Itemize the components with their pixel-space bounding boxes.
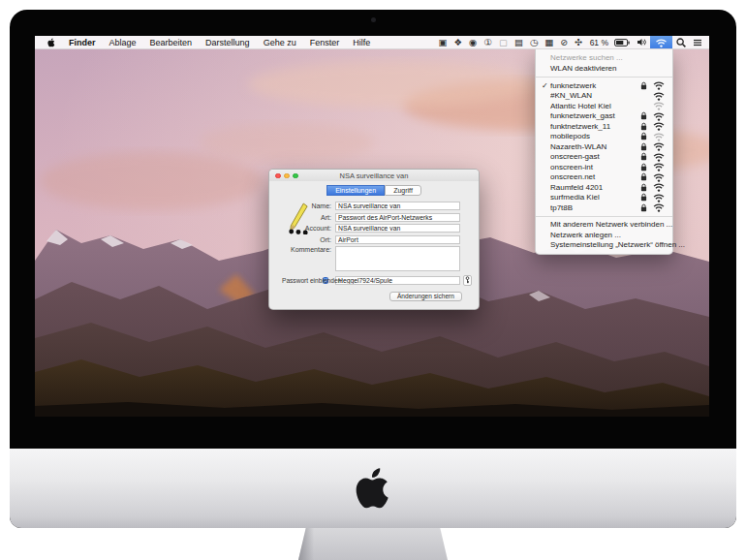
surfmedia-kiel[interactable]: ✓ surfmedia Kiel	[536, 193, 672, 203]
ablage[interactable]: Ablage	[103, 36, 143, 48]
wifi-signal-icon	[653, 101, 665, 110]
wifi-search-status: Netzwerke suchen ...	[536, 52, 672, 63]
lock-icon	[640, 172, 647, 181]
wifi-icon[interactable]	[650, 36, 672, 48]
imac-chin	[10, 449, 736, 528]
menu-bar: FinderAblageBearbeitenDarstellungGehe zu…	[35, 36, 709, 49]
menu-separator	[536, 216, 672, 217]
minimize-button[interactable]	[284, 173, 290, 179]
atlantic-hotel-kiel[interactable]: ✓ Atlantic Hotel Kiel	[536, 101, 672, 111]
save-changes-button[interactable]: Änderungen sichern	[389, 292, 462, 301]
window-bookmark-icon[interactable]: ▣	[435, 36, 451, 48]
eye-icon[interactable]: ◉	[466, 36, 481, 48]
password-assistant-button[interactable]	[463, 275, 472, 286]
wifi-signal-icon	[653, 141, 665, 151]
darstellung[interactable]: Darstellung	[199, 36, 257, 48]
network-name: Raumfeld 4201	[550, 183, 640, 192]
network-name: onscreen.net	[550, 172, 640, 181]
wifi-footer-item[interactable]: Mit anderem Netzwerk verbinden ...	[536, 220, 672, 231]
password-field[interactable]	[335, 276, 460, 285]
network-name: mobilepods	[550, 132, 640, 140]
lock-icon	[640, 111, 647, 120]
network-name: onscreen-int	[550, 163, 640, 171]
zoom-button[interactable]	[293, 173, 298, 179]
dialog-title: NSA surveillance van	[340, 171, 409, 180]
wifi-signal-icon	[653, 91, 665, 101]
mobilepods[interactable]: ✓ mobilepods	[536, 132, 672, 142]
keychain-item-icon	[283, 202, 311, 234]
raumfeld-4201[interactable]: ✓ Raumfeld 4201	[536, 182, 672, 193]
wifi-footer-item[interactable]: Systemeinstellung „Netzwerk“ öffnen ...	[536, 240, 672, 251]
wifi-footer-item[interactable]: Netzwerk anlegen ...	[536, 230, 672, 240]
lock-icon	[640, 203, 647, 212]
account-[interactable]	[335, 224, 460, 233]
menu-list: FinderAblageBearbeitenDarstellungGehe zu…	[62, 36, 377, 48]
dialog-titlebar[interactable]: NSA surveillance van	[269, 170, 479, 181]
wifi-signal-icon	[653, 182, 665, 192]
wifi-signal-icon	[653, 193, 665, 202]
wifi-signal-icon	[653, 111, 665, 121]
network-name: funknetzwerk_gast	[550, 111, 640, 120]
network-list: ✓ funknetzwerk ✓ #KN_WLAN ✓ Atlantic Hot…	[536, 80, 672, 213]
onscreen-int[interactable]: ✓ onscreen-int	[536, 162, 672, 172]
lock-icon	[640, 193, 647, 202]
einstellungen[interactable]: Einstellungen	[326, 185, 385, 196]
bearbeiten[interactable]: Bearbeiten	[143, 36, 200, 48]
fan-icon[interactable]: ✣	[572, 36, 586, 48]
status-icons: ▣❖◉①▢▤◷▦⊘✣ 61 %	[435, 36, 709, 48]
network-name: onscreen-gast	[550, 152, 640, 161]
clock-icon[interactable]: ◷	[526, 36, 541, 48]
wifi-disable-item[interactable]: WLAN deaktivieren	[536, 63, 672, 74]
wifi-signal-icon	[653, 80, 665, 90]
wifi-signal-icon	[653, 162, 665, 171]
ort-[interactable]	[335, 235, 460, 244]
form-row: Ort:	[269, 235, 479, 244]
network-name: Atlantic Hotel Kiel	[550, 102, 640, 110]
spotlight-search-icon[interactable]	[672, 36, 689, 48]
gehe-zu[interactable]: Gehe zu	[257, 36, 303, 48]
volume-icon[interactable]	[633, 36, 650, 48]
lock-icon	[640, 152, 647, 161]
nazareth-wlan[interactable]: ✓ Nazareth-WLAN	[536, 141, 672, 152]
tp7t8b[interactable]: ✓ tp7t8B	[536, 202, 672, 213]
funktnetzwerk-11[interactable]: ✓ funktnetzwerk_11	[536, 121, 672, 132]
menu-separator	[536, 77, 672, 78]
close-button[interactable]	[275, 173, 281, 179]
zugriff[interactable]: Zugriff	[385, 185, 421, 196]
tab-control: EinstellungenZugriff	[269, 185, 479, 196]
finder[interactable]: Finder	[62, 36, 103, 48]
lock-icon	[640, 81, 647, 90]
art-[interactable]	[335, 213, 460, 222]
funknetzwerk[interactable]: ✓ funknetzwerk	[536, 80, 672, 91]
do-not-disturb-icon[interactable]: ⊘	[557, 36, 572, 48]
wifi-dropdown-menu: Netzwerke suchen ... WLAN deaktivieren ✓…	[535, 49, 673, 255]
show-password-label: Passwort einblenden:	[282, 277, 336, 284]
windows-icon[interactable]: ▦	[542, 36, 557, 48]
funknetzwerk-gast[interactable]: ✓ funknetzwerk_gast	[536, 111, 672, 122]
lock-icon	[640, 183, 647, 192]
wifi-signal-icon	[653, 202, 665, 212]
display-icon[interactable]: ▤	[511, 36, 526, 48]
imac-stand	[298, 528, 448, 560]
network-name: surfmedia Kiel	[550, 193, 640, 202]
fenster[interactable]: Fenster	[303, 36, 347, 48]
dropbox-icon[interactable]: ❖	[451, 36, 466, 48]
lock-icon	[640, 142, 647, 151]
imac-bezel: FinderAblageBearbeitenDarstellungGehe zu…	[10, 10, 736, 528]
name-[interactable]	[335, 202, 460, 210]
onscreen-net[interactable]: ✓ onscreen.net	[536, 172, 672, 183]
wifi-menu-footer: Mit anderem Netzwerk verbinden ...Netzwe…	[536, 220, 672, 251]
comment-textarea[interactable]	[335, 246, 460, 271]
apple-menu[interactable]	[41, 36, 62, 48]
power-circle-icon[interactable]: ①	[481, 36, 496, 48]
hilfe[interactable]: Hilfe	[346, 36, 377, 48]
lock-icon	[640, 122, 647, 131]
battery-percent: 61 %	[586, 38, 610, 47]
onscreen-gast[interactable]: ✓ onscreen-gast	[536, 152, 672, 163]
notification-center-icon[interactable]	[689, 36, 705, 48]
battery-icon[interactable]	[610, 36, 633, 48]
wifi-signal-icon	[653, 121, 665, 131]
wifi-signal-icon	[653, 172, 665, 182]
camera-disabled-icon[interactable]: ▢	[495, 36, 511, 48]
-kn-wlan[interactable]: ✓ #KN_WLAN	[536, 91, 672, 102]
